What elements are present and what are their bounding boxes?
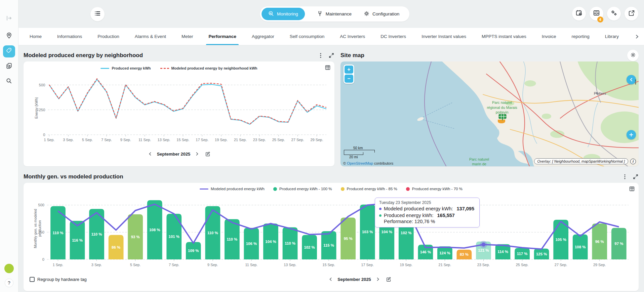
- svg-text:23 Sep.: 23 Sep.: [253, 138, 266, 142]
- sidebar-item-search[interactable]: [3, 76, 15, 88]
- tab-inverter-instant-values[interactable]: Inverter Instant values: [414, 28, 474, 45]
- sidebar-item-saved[interactable]: [3, 60, 15, 73]
- monthly-footer: Regroup by hardware tag September 2025: [28, 273, 634, 286]
- map-settings-button[interactable]: [627, 50, 639, 61]
- legend-produced-swatch: [100, 68, 109, 69]
- monthly-chart-svg[interactable]: 02505001 Sep.3 Sep.5 Sep.7 Sep.9 Sep.11 …: [32, 191, 634, 272]
- svg-text:13 Sep.: 13 Sep.: [284, 263, 296, 267]
- monthly-date-label[interactable]: September 2025: [337, 277, 371, 282]
- svg-text:146 %: 146 %: [420, 250, 431, 254]
- location-pin-icon: [6, 32, 12, 40]
- energy-date-label[interactable]: September 2025: [157, 152, 191, 157]
- site-map-canvas[interactable]: [340, 61, 639, 166]
- header-actions: 4: [572, 7, 638, 20]
- energy-card: Produced energy kWh Modeled produced ene…: [24, 61, 334, 166]
- sidebar-item-tags[interactable]: [3, 45, 15, 57]
- tab-configuration[interactable]: Configuration: [364, 11, 399, 17]
- tab-ac-inverters[interactable]: AC Inverters: [332, 28, 373, 45]
- svg-text:15 Sep.: 15 Sep.: [176, 138, 189, 142]
- legend-85-swatch: [341, 187, 345, 191]
- map-scale-mi-label: 20 mi: [349, 155, 375, 159]
- osm-link[interactable]: OpenStreetMap: [347, 161, 373, 165]
- tab-alarms-event[interactable]: Alarms & Event: [127, 28, 174, 45]
- tab-reporting[interactable]: reporting: [564, 28, 597, 45]
- svg-text:102 %: 102 %: [304, 245, 315, 249]
- map-info-icon[interactable]: i: [630, 159, 636, 164]
- energy-chart-svg[interactable]: 02505001 Sep.3 Sep.5 Sep.7 Sep.9 Sep.11 …: [32, 70, 330, 148]
- regroup-checkbox[interactable]: [30, 277, 35, 282]
- svg-text:108 %: 108 %: [575, 245, 586, 249]
- svg-text:9 Sep.: 9 Sep.: [120, 138, 131, 142]
- tab-dc-inverters[interactable]: DC Inverters: [373, 28, 414, 45]
- energy-ylabel: Energy (kWh): [34, 88, 38, 128]
- tag-icon: [6, 47, 12, 55]
- zoom-in-button[interactable]: +: [345, 66, 353, 74]
- map-menu-dots-icon[interactable]: [633, 79, 638, 85]
- tooltip-date: Tuesday 23 September 2025: [379, 200, 475, 205]
- legend-100-swatch: [273, 187, 277, 191]
- legend-85-label: Produced energy kWh - 85 %: [347, 187, 397, 191]
- list-button[interactable]: [90, 7, 105, 21]
- chart-tooltip: Tuesday 23 September 2025 Modeled produc…: [375, 198, 480, 227]
- energy-edit-date-icon[interactable]: [205, 151, 210, 157]
- expand-right-icon[interactable]: [6, 15, 12, 22]
- tab-monitoring[interactable]: Monitoring: [261, 8, 305, 20]
- tab-maintenance[interactable]: Maintenance: [317, 11, 352, 17]
- regroup-control[interactable]: Regroup by hardware tag: [30, 277, 87, 282]
- tab-self-consumption[interactable]: Self consumption: [282, 28, 332, 45]
- svg-text:7 Sep.: 7 Sep.: [101, 138, 112, 142]
- open-external-button[interactable]: [625, 7, 638, 20]
- svg-text:104 %: 104 %: [381, 230, 392, 234]
- tab-production[interactable]: Production: [90, 28, 127, 45]
- tab-invoice[interactable]: Invoice: [534, 28, 564, 45]
- svg-text:110 %: 110 %: [227, 237, 238, 241]
- status-green-dot: [4, 264, 14, 273]
- settings-button[interactable]: [607, 7, 621, 20]
- tab-informations[interactable]: Informations: [49, 28, 90, 45]
- map-attribution: © OpenStreetMap contributors: [343, 161, 393, 165]
- tooltip-modeled-dot: [379, 208, 381, 210]
- tab-mppts-instant-values[interactable]: MPPTS instant values: [474, 28, 534, 45]
- external-link-icon: [628, 10, 635, 18]
- zoom-out-button[interactable]: −: [345, 75, 353, 83]
- energy-date-nav: September 2025: [28, 149, 330, 159]
- tab-meter[interactable]: Meter: [174, 28, 201, 45]
- svg-text:19 Sep.: 19 Sep.: [215, 138, 228, 142]
- svg-text:105 %: 105 %: [555, 238, 566, 242]
- inbox-button[interactable]: 4: [590, 7, 603, 20]
- energy-next-month-icon[interactable]: [194, 152, 200, 156]
- monthly-expand-icon[interactable]: [633, 174, 639, 180]
- svg-text:17 Sep.: 17 Sep.: [361, 263, 374, 267]
- legend-70-label: Produced energy kWh - 70 %: [412, 187, 462, 191]
- monthly-edit-date-icon[interactable]: [386, 277, 391, 282]
- gears-icon: [610, 9, 617, 18]
- map-add-button[interactable]: [627, 130, 636, 139]
- tab-home[interactable]: Home: [22, 28, 49, 45]
- sidebar-item-location[interactable]: [3, 30, 15, 42]
- monthly-prev-month-icon[interactable]: [328, 277, 333, 281]
- main-content: Modeled produced energy by neighborhood: [18, 45, 644, 291]
- monthly-menu-dots-icon[interactable]: [622, 174, 628, 180]
- tooltip-produced-value: 165,557: [437, 212, 455, 219]
- monthly-next-month-icon[interactable]: [375, 277, 380, 281]
- help-label: ?: [8, 280, 10, 286]
- calendar-user-icon: [575, 9, 582, 18]
- energy-prev-month-icon[interactable]: [148, 152, 153, 156]
- monthly-date-nav: September 2025: [328, 274, 391, 284]
- energy-menu-dots-icon[interactable]: [318, 52, 324, 58]
- tab-performance[interactable]: Performance: [201, 28, 244, 45]
- svg-text:7 Sep.: 7 Sep.: [169, 263, 179, 267]
- tooltip-modeled-value: 137,095: [457, 206, 474, 212]
- calendar-button[interactable]: [572, 7, 586, 20]
- monthly-chart-area: Monthly gen. vs modeled production 02505…: [32, 191, 634, 273]
- energy-expand-icon[interactable]: [328, 52, 334, 58]
- svg-text:117 %: 117 %: [517, 252, 528, 256]
- svg-text:108 %: 108 %: [149, 228, 160, 232]
- tab-aggregator[interactable]: Aggregator: [244, 28, 282, 45]
- svg-text:25 Sep.: 25 Sep.: [516, 263, 529, 267]
- nav-overflow-chevron[interactable]: [633, 28, 641, 45]
- tab-library[interactable]: Library: [597, 28, 627, 45]
- energy-table-view-icon[interactable]: [325, 65, 330, 70]
- help-button[interactable]: ?: [5, 279, 13, 287]
- legend-produced-label: Produced energy kWh: [112, 66, 151, 70]
